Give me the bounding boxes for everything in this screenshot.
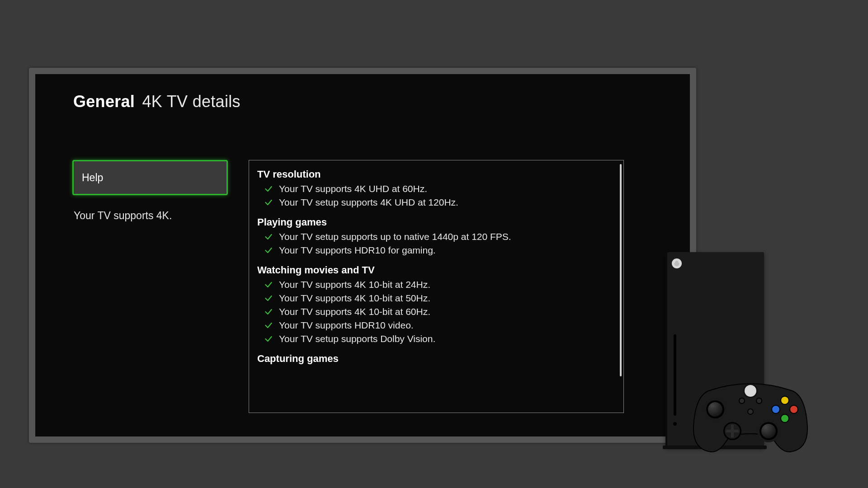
section-title: Watching movies and TV — [257, 264, 618, 276]
face-buttons — [772, 397, 797, 422]
capability-text: Your TV setup supports 4K UHD at 120Hz. — [279, 197, 458, 208]
eject-button-icon — [673, 422, 677, 426]
check-icon — [264, 197, 274, 207]
capability-section: TV resolutionYour TV supports 4K UHD at … — [257, 169, 618, 209]
capability-item: Your TV setup supports 4K UHD at 120Hz. — [257, 196, 618, 209]
details-panel: TV resolutionYour TV supports 4K UHD at … — [249, 160, 624, 413]
capability-item: Your TV supports 4K 10-bit at 50Hz. — [257, 291, 618, 305]
capability-section: Watching movies and TVYour TV supports 4… — [257, 264, 618, 346]
xbox-controller-illustration — [692, 377, 809, 454]
header-category: General — [73, 92, 135, 111]
capability-text: Your TV supports 4K 10-bit at 24Hz. — [279, 279, 430, 290]
help-button[interactable]: Help — [72, 160, 228, 195]
details-scroll-area[interactable]: TV resolutionYour TV supports 4K UHD at … — [257, 169, 618, 413]
share-button-icon — [748, 409, 753, 414]
capability-text: Your TV supports 4K 10-bit at 50Hz. — [279, 293, 430, 304]
capability-section: Playing gamesYour TV setup supports up t… — [257, 216, 618, 257]
capability-item: Your TV supports HDR10 video. — [257, 319, 618, 332]
check-icon — [264, 280, 274, 290]
left-stick-icon — [706, 400, 724, 418]
capability-text: Your TV supports 4K UHD at 60Hz. — [279, 183, 427, 194]
menu-button-icon — [757, 399, 761, 403]
capability-item: Your TV supports HDR10 for gaming. — [257, 244, 618, 257]
a-button-icon — [781, 415, 788, 422]
check-icon — [264, 232, 274, 242]
right-stick-icon — [760, 422, 778, 440]
check-icon — [264, 320, 274, 330]
check-icon — [264, 293, 274, 303]
tv-frame: General 4K TV details Help Your TV suppo… — [29, 68, 696, 443]
y-button-icon — [781, 397, 788, 404]
check-icon — [264, 307, 274, 317]
b-button-icon — [790, 406, 797, 413]
header-page: 4K TV details — [142, 92, 240, 111]
capability-item: Your TV setup supports Dolby Vision. — [257, 332, 618, 346]
xbox-home-button-icon — [745, 385, 756, 397]
section-title: TV resolution — [257, 169, 618, 180]
capability-item: Your TV setup supports up to native 1440… — [257, 230, 618, 244]
capability-item: Your TV supports 4K UHD at 60Hz. — [257, 182, 618, 196]
page-header: General 4K TV details — [73, 92, 241, 111]
capability-item: Your TV supports 4K 10-bit at 24Hz. — [257, 278, 618, 291]
section-title: Capturing games — [257, 353, 618, 365]
view-button-icon — [740, 399, 744, 403]
capability-text: Your TV supports HDR10 video. — [279, 320, 414, 331]
check-icon — [264, 184, 274, 194]
capability-text: Your TV setup supports up to native 1440… — [279, 231, 511, 242]
capability-item: Your TV supports 4K 10-bit at 60Hz. — [257, 305, 618, 319]
xbox-logo-icon — [672, 258, 682, 268]
scrollbar[interactable] — [620, 164, 622, 376]
capability-text: Your TV setup supports Dolby Vision. — [279, 333, 435, 344]
check-icon — [264, 245, 274, 255]
section-title: Playing games — [257, 216, 618, 228]
capability-text: Your TV supports HDR10 for gaming. — [279, 245, 436, 256]
help-button-label: Help — [82, 172, 103, 184]
disc-slot-icon — [674, 334, 676, 416]
dpad-icon — [723, 422, 741, 440]
check-icon — [264, 334, 274, 344]
tv-support-summary: Your TV supports 4K. — [74, 210, 172, 222]
capability-text: Your TV supports 4K 10-bit at 60Hz. — [279, 306, 430, 317]
x-button-icon — [772, 406, 779, 413]
screen: General 4K TV details Help Your TV suppo… — [35, 74, 690, 436]
